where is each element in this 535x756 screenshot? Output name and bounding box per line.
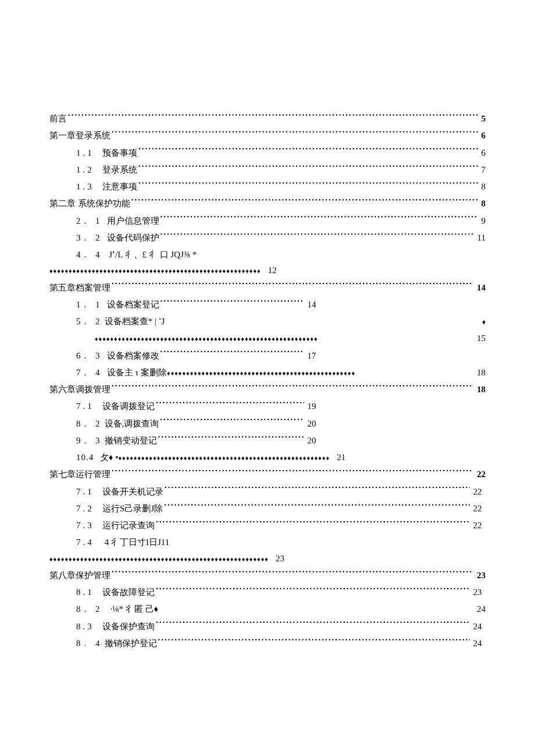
toc-num: 4. 4 xyxy=(76,246,104,263)
toc-entry-7-4: 7. 4 设备主 τ 案删除 ♦♦♦♦♦♦♦♦♦♦♦♦♦♦♦♦♦♦♦♦♦♦♦♦♦… xyxy=(49,364,486,381)
toc-page: 15 xyxy=(475,330,486,347)
leader-dots xyxy=(68,111,478,121)
leader-dots xyxy=(156,518,470,528)
toc-label: 撤销保护登记 xyxy=(104,635,157,652)
toc-entry-chapter-1: 第一章登录系统 6 xyxy=(49,127,486,144)
toc-entry-8-2: 8. 2 设备,调拨查询 20 xyxy=(49,415,316,432)
toc-label: 设备代码保护 xyxy=(104,230,159,246)
toc-num: 2. 1 xyxy=(76,213,104,230)
leader-dots xyxy=(112,280,473,291)
leader-dots xyxy=(160,230,474,241)
toc-label: 第六章调拨管理 xyxy=(49,381,110,398)
toc-label: 设备档案修改 xyxy=(104,347,159,364)
leader-dots xyxy=(138,179,478,189)
leader-dots xyxy=(165,484,470,495)
leader-dots xyxy=(164,501,469,511)
toc-label: 预备事项 xyxy=(95,145,137,162)
toc-entry-7-1: 7.1 设备开关机记录 22 xyxy=(49,483,482,500)
toc-label: 设备档案查* | ˆJ xyxy=(104,313,165,330)
toc-label: 设备故障登记 xyxy=(95,584,155,601)
toc-entry-8-4: 8. 4 撤销保护登记 24 xyxy=(49,635,482,652)
toc-entry-7-2: 7.2 运行S己录删J除 22 xyxy=(49,500,482,517)
toc-entry-1-2: 1.2 登录系统 7 xyxy=(49,162,486,178)
toc-page: 21 xyxy=(337,453,345,462)
toc-entry-5-2: 5. 2 设备档案查* | ˆJ ♦ xyxy=(49,313,486,330)
toc-entry-6-7-1: 7.1 设备调拨登记 19 xyxy=(49,398,316,415)
toc-num: 7. 4 xyxy=(76,364,104,381)
leader-dots xyxy=(158,636,470,646)
leader-dots xyxy=(156,619,470,629)
toc-page: 20 xyxy=(305,432,316,449)
toc-num: 7.2 xyxy=(76,500,95,517)
leader-dots xyxy=(160,416,304,427)
toc-page: 23 xyxy=(475,567,486,584)
toc-page: 7 xyxy=(479,162,486,178)
toc-num: 5. 2 xyxy=(76,313,104,330)
leader-dots xyxy=(160,348,304,359)
toc-page: 前言 5 第一章登录系统 6 1.1 预备事项 6 1.2 登录系统 7 1.3… xyxy=(0,0,535,756)
leader-dots xyxy=(158,433,304,443)
diamonds: ♦♦♦♦♦♦♦♦♦♦♦♦♦♦♦♦♦♦♦♦♦♦♦♦♦♦♦♦♦♦♦♦♦♦♦♦♦♦♦♦… xyxy=(167,368,468,378)
toc-num: 6. 3 xyxy=(76,347,104,364)
toc-label: 第七章运行管理 xyxy=(49,466,110,483)
toc-entry-chapter-6: 第六章调拨管理 18 xyxy=(49,381,486,398)
toc-leader-diamonds: ♦♦♦♦♦♦♦♦♦♦♦♦♦♦♦♦♦♦♦♦♦♦♦♦♦♦♦♦♦♦♦♦♦♦♦♦♦♦♦♦… xyxy=(49,262,486,279)
toc-label: 撤销变动登记 xyxy=(104,432,157,449)
toc-entry-chapter-8: 第八章保护管理 23 xyxy=(49,567,486,584)
toc-page: 23 xyxy=(276,554,284,563)
toc-page: 9 xyxy=(479,213,486,230)
toc-page: 22 xyxy=(471,517,482,534)
toc-label: 前言 xyxy=(49,110,67,127)
toc-page: 8 xyxy=(479,195,486,212)
toc-label: 登录系统 xyxy=(95,162,137,178)
toc-entry-2-1: 2. 1 用户信息管理 9 xyxy=(49,213,486,230)
toc-label: 注意事项 xyxy=(95,178,137,195)
toc-leader-diamonds: ♦♦♦♦♦♦♦♦♦♦♦♦♦♦♦♦♦♦♦♦♦♦♦♦♦♦♦♦♦♦♦♦♦♦♦♦♦♦♦♦… xyxy=(49,330,486,347)
toc-label: 攵♦ • xyxy=(98,453,119,462)
toc-entry-chapter-5: 第五章档案管理 14 xyxy=(49,280,486,296)
diamonds: ♦♦♦♦♦♦♦♦♦♦♦♦♦♦♦♦♦♦♦♦♦♦♦♦♦♦♦♦♦♦♦♦♦♦♦♦♦♦♦♦… xyxy=(49,554,269,564)
toc-label: 设备主 τ 案删除 xyxy=(104,364,167,381)
toc-entry-8-3: 8.3 设备保护查询 24 xyxy=(49,618,482,635)
toc-page: 11 xyxy=(475,230,486,246)
toc-num: 1. 1 xyxy=(76,296,104,313)
toc-entry-6-3: 6. 3 设备档案修改 17 xyxy=(49,347,316,364)
toc-page: 12 xyxy=(268,266,277,275)
leader-dots xyxy=(112,568,473,578)
toc-num: 7.4 xyxy=(76,534,95,551)
toc-page: 22 xyxy=(475,466,486,483)
leader-dots xyxy=(160,297,304,307)
toc-page: 24 xyxy=(471,635,482,652)
toc-label: 设备调拨登记 xyxy=(95,398,155,415)
leader-dots xyxy=(138,162,478,173)
toc-label: 设备保护查询 xyxy=(95,618,155,635)
toc-label: 第八章保护管理 xyxy=(49,567,110,584)
toc-leader-diamonds: ♦♦♦♦♦♦♦♦♦♦♦♦♦♦♦♦♦♦♦♦♦♦♦♦♦♦♦♦♦♦♦♦♦♦♦♦♦♦♦♦… xyxy=(49,550,486,567)
toc-page: 6 xyxy=(479,127,486,144)
toc-num: 8.3 xyxy=(76,618,95,635)
leader-dots xyxy=(156,399,304,409)
toc-page: 24 xyxy=(471,618,482,635)
diamonds: ♦♦♦♦♦♦♦♦♦♦♦♦♦♦♦♦♦♦♦♦♦♦♦♦♦♦♦♦♦♦♦♦♦♦♦♦♦♦♦♦… xyxy=(49,266,261,276)
toc-entry-chapter-7: 第七章运行管理 22 xyxy=(49,466,486,483)
toc-num: 10.4 xyxy=(76,449,95,466)
toc-num: 8. 2 xyxy=(76,601,104,618)
toc-label: 设备档案登记 xyxy=(104,296,159,313)
toc-label: Jʻ/L 彳、£ 彳 口 JQJ⅜ * xyxy=(105,250,197,259)
toc-page: 17 xyxy=(305,347,316,364)
leader-dots xyxy=(112,467,473,477)
toc-page: 18 xyxy=(475,381,486,398)
toc-page: 5 xyxy=(479,110,486,127)
toc-num: 8.1 xyxy=(76,584,95,601)
toc-entry-preface: 前言 5 xyxy=(49,110,486,127)
toc-num: 7.3 xyxy=(76,517,95,534)
toc-page: 6 xyxy=(479,145,486,162)
toc-label: 设备,调拨查询 xyxy=(104,415,159,432)
toc-label: 第五章档案管理 xyxy=(49,280,110,296)
toc-label: 4 彳丁日寸I日J11 xyxy=(98,538,170,547)
toc-num: 1.1 xyxy=(76,145,95,162)
toc-num: 1.3 xyxy=(76,178,95,195)
toc-entry-10-4: 10.4 攵♦ •♦♦♦♦♦♦♦♦♦♦♦♦♦♦♦♦♦♦♦♦♦♦♦♦♦♦♦♦♦♦♦… xyxy=(49,449,486,466)
toc-entry-1-1: 1.1 预备事项 6 xyxy=(49,145,486,162)
leader-dots xyxy=(160,213,478,224)
